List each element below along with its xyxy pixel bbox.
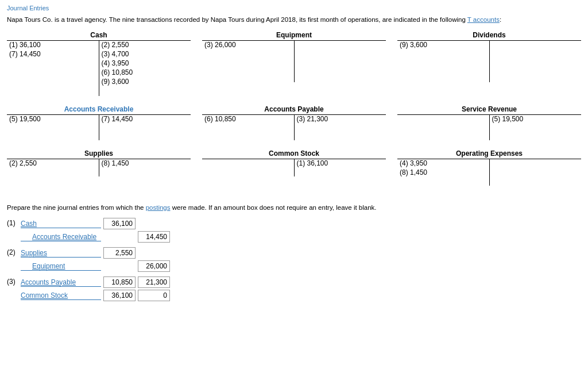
t-account-row: (4) 3,950 <box>7 59 191 68</box>
t-account-cash-header: Cash <box>7 31 191 40</box>
credit-input-ap[interactable] <box>138 276 170 288</box>
t-account-cash: Cash (1) 36,100 (2) 2,550 (7) 14,450 (3)… <box>7 31 191 96</box>
t-account-dividends-header: Dividends <box>397 31 581 40</box>
t-account-cs: Common Stock (1) 36,100 <box>202 149 386 186</box>
entry-row: Equipment <box>21 260 170 272</box>
t-account-oe-header: Operating Expenses <box>397 149 581 159</box>
entry-num-2: (2) <box>7 247 21 256</box>
t-account-equipment-header: Equipment <box>202 31 386 40</box>
t-account-row: (2) 2,550 (8) 1,450 <box>7 159 191 168</box>
t-account-row: (6) 10,850 (3) 21,300 <box>202 115 386 124</box>
t-account-ar: Accounts Receivable (5) 19,500 (7) 14,45… <box>7 105 191 140</box>
credit-input-ar[interactable] <box>138 231 170 243</box>
intro-paragraph: Napa Tours Co. is a travel agency. The n… <box>7 15 581 24</box>
t-account-row: (9) 3,600 <box>397 41 581 50</box>
t-account-supplies-header: Supplies <box>7 149 191 159</box>
account-label-cash: Cash <box>21 220 101 228</box>
t-account-row: (4) 3,950 <box>397 159 581 168</box>
t-account-row: (3) 26,000 <box>202 41 386 50</box>
t-account-row: (8) 1,450 <box>397 168 581 178</box>
entry-row: Supplies <box>21 247 170 259</box>
t-account-row: (9) 3,600 <box>7 78 191 87</box>
t-account-row: (1) 36,100 <box>202 159 386 168</box>
credit-input-equipment[interactable] <box>138 260 170 272</box>
journal-entry-2: (2) Supplies Equipment <box>7 247 581 272</box>
journal-entry-1: (1) Cash Accounts Receivable <box>7 218 581 243</box>
debit-input-cs[interactable] <box>103 290 136 301</box>
t-account-ap-header: Accounts Payable <box>202 105 386 114</box>
t-accounts-grid: Cash (1) 36,100 (2) 2,550 (7) 14,450 (3)… <box>7 31 581 195</box>
credit-input-cs[interactable] <box>138 290 170 301</box>
debit-input-ap[interactable] <box>103 276 136 288</box>
t-account-ar-header: Accounts Receivable <box>7 105 191 114</box>
entry-row: Cash <box>21 218 170 229</box>
t-account-row: (7) 14,450 (3) 4,700 <box>7 50 191 59</box>
t-account-row: (1) 36,100 (2) 2,550 <box>7 41 191 50</box>
account-label-equipment: Equipment <box>21 262 101 271</box>
prepare-paragraph: Prepare the nine journal entries from wh… <box>7 203 581 212</box>
t-account-cs-header: Common Stock <box>202 149 386 159</box>
page-title: Journal Entries <box>7 5 581 11</box>
t-account-sr: Service Revenue (5) 19,500 <box>397 105 581 140</box>
journal-entry-3: (3) Accounts Payable Common Stock <box>7 276 581 301</box>
account-label-ar: Accounts Receivable <box>21 233 101 241</box>
t-account-row: (5) 19,500 (7) 14,450 <box>7 115 191 124</box>
t-account-row: (5) 19,500 <box>397 115 581 124</box>
t-account-ap: Accounts Payable (6) 10,850 (3) 21,300 <box>202 105 386 140</box>
t-account-oe: Operating Expenses (4) 3,950 (8) 1,450 <box>397 149 581 186</box>
entry-row: Accounts Payable <box>21 276 170 288</box>
entry-num-1: (1) <box>7 218 21 227</box>
entry-num-3: (3) <box>7 276 21 286</box>
t-account-supplies: Supplies (2) 2,550 (8) 1,450 <box>7 149 191 186</box>
account-label-supplies: Supplies <box>21 249 101 258</box>
t-account-dividends: Dividends (9) 3,600 <box>397 31 581 96</box>
t-account-row <box>7 87 191 96</box>
t-account-row: (6) 10,850 <box>7 68 191 78</box>
entry-row: Common Stock <box>21 290 170 301</box>
entry-row: Accounts Receivable <box>21 231 170 243</box>
debit-input-cash[interactable] <box>103 218 136 229</box>
t-account-sr-header: Service Revenue <box>397 105 581 114</box>
account-label-ap: Accounts Payable <box>21 278 101 287</box>
account-label-cs: Common Stock <box>21 291 101 300</box>
debit-input-supplies[interactable] <box>103 247 136 259</box>
t-account-equipment: Equipment (3) 26,000 <box>202 31 386 96</box>
